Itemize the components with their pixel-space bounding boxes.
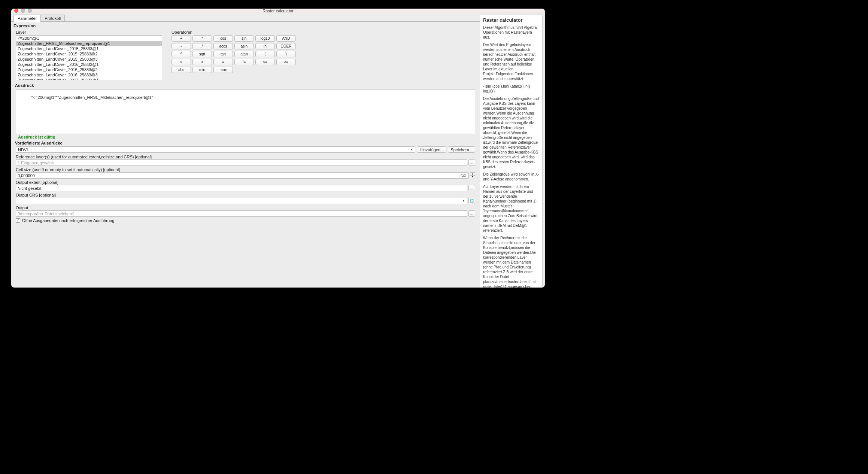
output-placeholder: [In temporärer Datei speichern] [18, 212, 75, 216]
operator-button[interactable]: log10 [255, 35, 275, 42]
save-predef-button[interactable]: Speichern... [448, 146, 475, 153]
cellsize-label: Cell size (use 0 or empty to set it auto… [16, 167, 476, 172]
window-close-icon[interactable] [14, 9, 18, 13]
add-predef-button[interactable]: Hinzufügen... [417, 146, 446, 153]
reference-label: Reference layer(s) (used for automated e… [16, 155, 476, 159]
layer-item[interactable]: Zugeschnitten_LandCover_2016_25833@2 [16, 67, 162, 72]
cellsize-value: 0,000000 [18, 173, 35, 178]
reference-placeholder: 1 Eingaben gewählt [18, 161, 54, 165]
operator-button[interactable]: sin [234, 35, 254, 42]
tabs: Parameter Protokoll [11, 15, 480, 22]
layer-item[interactable]: Zugeschnitten_LandCover_2016_25833@3 [16, 72, 162, 78]
open-after-checkbox[interactable]: ✓ [16, 218, 20, 223]
operator-button[interactable]: * [192, 35, 212, 42]
output-more-button[interactable]: ... [468, 210, 475, 217]
extent-value: Nicht gesetzt [18, 186, 42, 191]
help-panel: Raster calculator Dieser Algorithmus füh… [480, 15, 543, 288]
output-input[interactable]: [In temporärer Datei speichern] [16, 210, 467, 217]
predef-combo[interactable]: NDVI ▼ [16, 146, 415, 153]
extent-more-button[interactable]: ... [468, 185, 475, 191]
operator-button[interactable]: ODER [276, 43, 296, 49]
operator-button[interactable]: ( [255, 51, 275, 57]
operator-button[interactable]: - [172, 43, 191, 49]
operator-button[interactable]: ) [276, 51, 296, 57]
reference-more-button[interactable]: ... [468, 159, 475, 166]
operator-button[interactable]: asin [234, 43, 254, 49]
operator-button[interactable]: + [172, 35, 191, 42]
operators-grid: +*cossinlog10AND-/acosasinlnODER^sqrttan… [172, 35, 477, 73]
open-after-label: Öffne Ausgabedatei nach erfolgreicher Au… [22, 218, 114, 223]
layer-item[interactable]: <=200m@1 [16, 36, 162, 41]
reference-input[interactable]: 1 Eingaben gewählt [16, 159, 467, 166]
operator-button[interactable]: > [192, 59, 212, 65]
expression-section-label: Expression [13, 24, 477, 28]
layer-item[interactable]: Zugeschnitten_LandCover _2015_25833@1 [16, 46, 162, 51]
expression-valid-msg: Ausdruck ist gültig [18, 135, 477, 139]
ausdruck-label: Ausdruck [15, 83, 477, 88]
titlebar: Raster calculator [11, 9, 545, 13]
help-p7: Wenn der Rechner mit der Stapelschnittst… [483, 236, 539, 288]
help-p2: Der Wert des Ergebnislayern werden aus e… [483, 42, 539, 81]
crs-combo[interactable]: ▼ [16, 198, 467, 204]
crs-label: Output CRS [optional] [16, 193, 476, 197]
layer-listbox[interactable]: <=200m@1Zugeschnitten_HRSL_Mittelsachen_… [16, 35, 162, 80]
help-p5: Die Zellengröße wird sowohl in X- and Y-… [483, 172, 539, 182]
operator-button[interactable]: <= [255, 59, 275, 65]
operator-button[interactable]: ln [255, 43, 275, 49]
spin-down-button[interactable]: ▼ [470, 175, 475, 178]
help-p4: Die Ausdehnung,Zellengröße und Ausgabe-K… [483, 96, 539, 169]
operator-button[interactable]: tan [213, 51, 233, 57]
layer-label: Layer [16, 30, 166, 34]
operator-button[interactable]: cos [213, 35, 233, 42]
operator-button[interactable]: abs [172, 67, 191, 73]
window-title: Raster calculator [11, 9, 545, 13]
operator-button[interactable]: >= [276, 59, 296, 65]
window-maximize-icon[interactable] [28, 9, 32, 13]
expression-text: "<=200m@1"*"Zugeschnitten_HRSL_Mittelsac… [31, 95, 153, 100]
extent-label: Output extent [optional] [16, 180, 476, 185]
operator-button[interactable]: min [192, 67, 212, 73]
cellsize-input[interactable]: 0,000000 ⌫ [16, 172, 469, 179]
predef-label: Vordefinierte Ausdrücke [15, 141, 477, 145]
layer-item[interactable]: Zugeschnitten_HRSL_Mittelsachen_reprojiz… [16, 41, 162, 46]
tab-protokoll[interactable]: Protokoll [40, 15, 65, 22]
operator-button[interactable]: < [172, 59, 191, 65]
window-minimize-icon[interactable] [21, 9, 25, 13]
raster-calculator-window: Raster calculator Parameter Protokoll Ex… [11, 9, 545, 288]
help-p3: - sin(),cos(),tan(),atan2(),ln() log10() [483, 84, 539, 94]
operator-button[interactable]: acos [213, 43, 233, 49]
tab-parameter[interactable]: Parameter [13, 15, 41, 22]
operator-button[interactable]: sqrt [192, 51, 212, 57]
chevron-down-icon: ▼ [462, 199, 465, 203]
expression-input[interactable]: "<=200m@1"*"Zugeschnitten_HRSL_Mittelsac… [16, 89, 475, 134]
help-p6: Auf Layer werden mit ihrem Namen aus der… [483, 184, 539, 233]
layer-item[interactable]: Zugeschnitten_LandCover _2017_25833@1 [16, 78, 162, 80]
chevron-down-icon: ▼ [410, 148, 413, 151]
operator-button[interactable]: ^ [172, 51, 191, 57]
clear-icon[interactable]: ⌫ [459, 173, 467, 177]
layer-item[interactable]: Zugeschnitten_LandCover _2016_25833@1 [16, 62, 162, 67]
operator-button[interactable]: / [192, 43, 212, 49]
operator-button[interactable]: max [213, 67, 233, 73]
operator-button[interactable]: = [213, 59, 233, 65]
operator-button[interactable]: != [234, 59, 254, 65]
help-p1: Dieser Algorithmus führt Algebra-Operati… [483, 25, 539, 40]
crs-select-icon[interactable]: 🌐 [468, 198, 475, 204]
operators-label: Operatoren [172, 30, 477, 34]
help-title: Raster calculator [483, 17, 539, 24]
extent-input[interactable]: Nicht gesetzt [16, 185, 467, 191]
layer-item[interactable]: Zugeschnitten_LandCover_2015_25833@2 [16, 51, 162, 57]
output-label: Output [16, 206, 476, 210]
predef-value: NDVI [18, 148, 28, 152]
operator-button[interactable]: atan [234, 51, 254, 57]
operator-button[interactable]: AND [276, 35, 296, 42]
layer-item[interactable]: Zugeschnitten_LandCover_2015_25833@3 [16, 57, 162, 62]
spin-up-button[interactable]: ▲ [470, 172, 475, 175]
